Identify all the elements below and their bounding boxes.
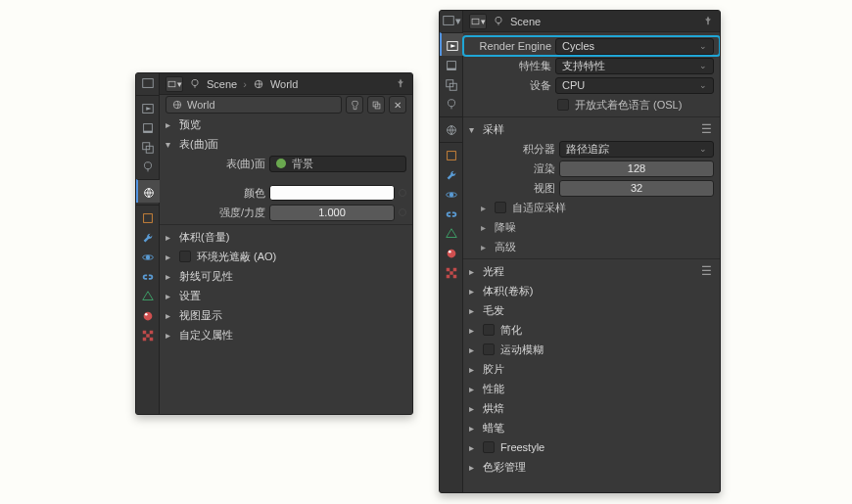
osl-label: 开放式着色语言 (OSL) <box>575 98 682 113</box>
svg-rect-32 <box>448 151 456 160</box>
socket-icon[interactable] <box>399 208 406 216</box>
tab-viewlayer[interactable] <box>440 75 463 95</box>
subsection-adaptive[interactable]: 自适应采样 <box>463 198 720 217</box>
tab-physics[interactable] <box>136 248 160 267</box>
section-viewport[interactable]: 视图显示 <box>160 305 412 325</box>
right-tabstrip: ▾ <box>440 11 463 492</box>
section-film[interactable]: 胶片 <box>463 359 720 379</box>
surface-shader-select[interactable]: 背景 <box>269 156 406 172</box>
editor-type-selector[interactable]: ▾ <box>166 76 183 92</box>
editor-type-selector[interactable]: ▾ <box>469 14 487 29</box>
tab-output[interactable] <box>136 118 160 138</box>
strength-field[interactable]: 1.000 <box>269 205 395 221</box>
popup-slot[interactable]: ▾ <box>440 11 463 30</box>
tab-texture[interactable] <box>440 263 463 283</box>
section-simplify[interactable]: 简化 <box>463 320 720 340</box>
svg-rect-16 <box>146 334 150 338</box>
section-ray[interactable]: 射线可见性 <box>160 266 412 286</box>
tab-render[interactable] <box>440 32 463 56</box>
unlink-button[interactable]: ✕ <box>389 96 406 114</box>
svg-rect-17 <box>143 338 147 342</box>
simplify-checkbox[interactable] <box>483 324 495 336</box>
pin-icon[interactable] <box>395 77 406 91</box>
viewport-samples-label: 视图 <box>493 181 555 196</box>
render-samples-label: 渲染 <box>493 161 555 176</box>
strength-label: 强度/力度 <box>189 206 265 220</box>
svg-point-33 <box>450 193 453 197</box>
section-colormgmt[interactable]: 色彩管理 <box>463 457 720 477</box>
tab-material[interactable] <box>136 306 160 326</box>
tab-modifiers[interactable] <box>136 228 160 248</box>
breadcrumb-scene[interactable]: Scene <box>207 78 237 90</box>
menu-icon[interactable]: ☰ <box>701 264 714 278</box>
viewport-samples-field[interactable]: 32 <box>559 180 714 197</box>
tab-output[interactable] <box>440 56 463 75</box>
svg-rect-38 <box>447 268 450 272</box>
pin-icon[interactable] <box>702 15 714 28</box>
chevron-down-icon: ⌄ <box>699 80 707 90</box>
world-icon <box>171 99 183 111</box>
tab-material[interactable] <box>440 244 463 263</box>
tab-modifiers[interactable] <box>440 165 463 185</box>
copy-button[interactable] <box>367 96 385 114</box>
subsection-denoise[interactable]: 降噪 <box>463 217 720 237</box>
tab-world[interactable] <box>440 116 463 140</box>
tab-texture[interactable] <box>136 326 160 345</box>
section-preview[interactable]: 预览 <box>160 115 412 134</box>
tab-render[interactable] <box>136 95 160 118</box>
svg-point-13 <box>145 313 148 316</box>
fake-user-button[interactable] <box>346 96 363 114</box>
ao-checkbox[interactable] <box>179 251 191 262</box>
render-samples-field[interactable]: 128 <box>559 160 714 177</box>
menu-icon[interactable]: ☰ <box>701 122 714 136</box>
device-select[interactable]: CPU⌄ <box>555 77 714 94</box>
tab-objdata[interactable] <box>440 224 463 244</box>
tab-viewlayer[interactable] <box>136 138 160 158</box>
tab-object[interactable] <box>136 205 160 228</box>
breadcrumb-world[interactable]: World <box>270 78 299 90</box>
breadcrumb-scene[interactable]: Scene <box>510 16 541 27</box>
adaptive-checkbox[interactable] <box>495 202 506 213</box>
section-grease[interactable]: 蜡笔 <box>463 418 720 437</box>
section-freestyle[interactable]: Freestyle <box>463 437 720 457</box>
section-volume[interactable]: 体积(音量) <box>160 227 412 247</box>
section-lightpaths[interactable]: 光程☰ <box>463 261 720 281</box>
motionblur-checkbox[interactable] <box>483 344 495 355</box>
engine-select[interactable]: Cycles⌄ <box>555 38 714 55</box>
svg-rect-0 <box>143 79 154 88</box>
section-sampling[interactable]: 采样 ☰ <box>463 119 720 139</box>
tab-physics[interactable] <box>440 185 463 205</box>
section-ao[interactable]: 环境光遮蔽 (AO) <box>160 247 412 266</box>
world-id-field[interactable]: World <box>166 96 342 114</box>
tab-constraints[interactable] <box>136 267 160 287</box>
chevron-down-icon: ⌄ <box>699 144 707 154</box>
svg-rect-42 <box>453 275 457 279</box>
tab-object[interactable] <box>440 142 463 165</box>
section-motionblur[interactable]: 运动模糊 <box>463 340 720 359</box>
svg-marker-26 <box>450 44 455 48</box>
section-performance[interactable]: 性能 <box>463 379 720 398</box>
osl-checkbox[interactable] <box>557 99 569 111</box>
feature-select[interactable]: 支持特性⌄ <box>555 58 714 74</box>
section-surface[interactable]: 表(曲)面 <box>160 134 412 154</box>
svg-rect-24 <box>444 17 454 25</box>
socket-icon[interactable] <box>399 189 406 197</box>
svg-marker-11 <box>143 292 154 300</box>
tab-scene[interactable] <box>440 95 463 115</box>
tab-constraints[interactable] <box>440 205 463 224</box>
freestyle-checkbox[interactable] <box>483 441 495 453</box>
section-hair[interactable]: 毛发 <box>463 300 720 320</box>
section-bake[interactable]: 烘焙 <box>463 398 720 418</box>
tab-world[interactable] <box>136 179 160 203</box>
section-custom[interactable]: 自定义属性 <box>160 325 412 344</box>
scene-icon <box>189 78 201 90</box>
popup-slot[interactable] <box>136 73 160 93</box>
integrator-select[interactable]: 路径追踪⌄ <box>559 141 714 158</box>
tab-objdata[interactable] <box>136 287 160 306</box>
color-swatch[interactable] <box>269 185 395 201</box>
chevron-icon: › <box>243 78 247 90</box>
section-volumes[interactable]: 体积(卷标) <box>463 281 720 300</box>
subsection-advanced[interactable]: 高级 <box>463 237 720 256</box>
tab-scene[interactable] <box>136 158 160 177</box>
section-settings[interactable]: 设置 <box>160 286 412 305</box>
